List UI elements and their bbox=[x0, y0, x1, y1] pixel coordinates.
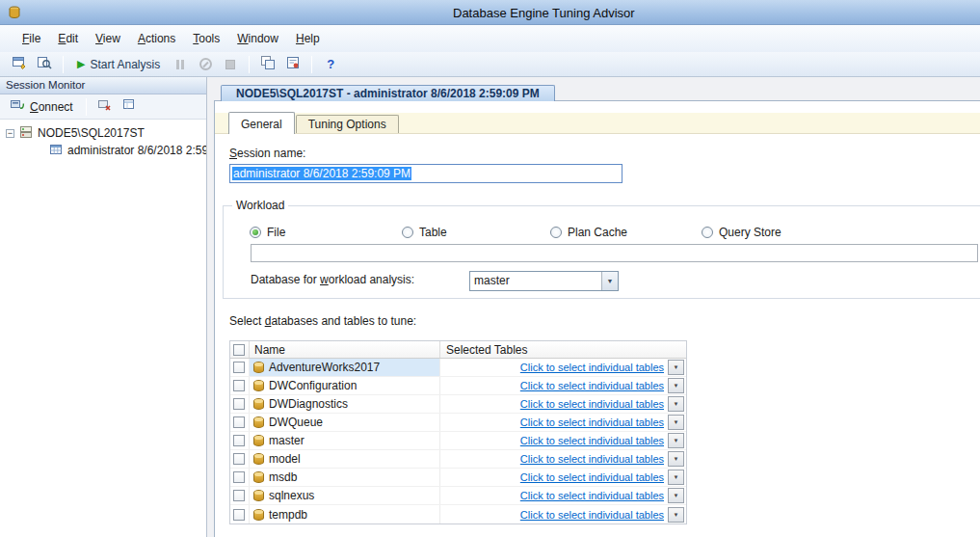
session-page: General Tuning Options Session name: adm… bbox=[214, 100, 980, 537]
table-row[interactable]: master Click to select individual tables… bbox=[230, 432, 686, 450]
clone-session-button[interactable] bbox=[256, 54, 279, 75]
session-monitor-panel: Session Monitor Connect − bbox=[0, 77, 207, 537]
stop-icon bbox=[199, 58, 212, 70]
database-icon bbox=[253, 435, 264, 446]
new-session-button[interactable] bbox=[8, 54, 31, 75]
workload-radio-plan-cache[interactable]: Plan Cache bbox=[550, 226, 627, 239]
workload-database-select[interactable]: master ▼ bbox=[469, 271, 619, 291]
row-checkbox[interactable] bbox=[233, 398, 245, 410]
workload-radio-query-store[interactable]: Query Store bbox=[702, 226, 781, 239]
database-icon bbox=[253, 509, 264, 521]
tables-dropdown-button[interactable]: ▼ bbox=[668, 360, 684, 375]
row-checkbox[interactable] bbox=[233, 435, 245, 446]
delete-session-button[interactable] bbox=[119, 97, 142, 117]
row-checkbox[interactable] bbox=[233, 490, 245, 501]
menu-edit[interactable]: Edit bbox=[49, 28, 87, 49]
tree-expander-icon[interactable]: − bbox=[6, 129, 14, 138]
select-tables-link[interactable]: Click to select individual tables bbox=[520, 453, 664, 465]
row-checkbox[interactable] bbox=[233, 509, 245, 521]
tables-dropdown-button[interactable]: ▼ bbox=[668, 415, 684, 430]
table-row[interactable]: DWConfiguration Click to select individu… bbox=[230, 377, 686, 395]
tables-dropdown-button[interactable]: ▼ bbox=[668, 378, 684, 393]
menu-actions[interactable]: Actions bbox=[129, 28, 184, 49]
menu-file[interactable]: File bbox=[13, 28, 49, 49]
connect-button[interactable]: Connect bbox=[4, 96, 79, 117]
column-header-name: Name bbox=[253, 343, 285, 357]
table-row[interactable]: tempdb Click to select individual tables… bbox=[230, 505, 686, 524]
select-tables-link[interactable]: Click to select individual tables bbox=[520, 380, 664, 391]
session-monitor-toolbar: Connect bbox=[0, 94, 206, 120]
table-row[interactable]: msdb Click to select individual tables▼ bbox=[230, 469, 686, 487]
workload-group-label: Workload bbox=[232, 199, 288, 212]
open-file-button[interactable] bbox=[33, 54, 56, 75]
help-button[interactable]: ? bbox=[319, 54, 342, 75]
table-row[interactable]: DWDiagnostics Click to select individual… bbox=[230, 395, 686, 414]
database-name: AdventureWorks2017 bbox=[269, 361, 380, 374]
row-checkbox[interactable] bbox=[233, 416, 245, 428]
disconnect-icon bbox=[97, 98, 112, 115]
apply-recommendations-button bbox=[219, 54, 242, 75]
database-name: DWQueue bbox=[269, 416, 323, 429]
workload-group: Workload File Table Plan Cache Query Sto… bbox=[223, 205, 980, 299]
session-name-label: administrator 8/6/2018 2:59: bbox=[67, 144, 206, 157]
tables-dropdown-button[interactable]: ▼ bbox=[668, 470, 684, 485]
app-icon[interactable] bbox=[7, 5, 22, 20]
toolbar-separator bbox=[86, 98, 87, 116]
workload-radio-file[interactable]: File bbox=[250, 226, 285, 239]
tables-dropdown-button[interactable]: ▼ bbox=[668, 451, 684, 467]
select-tables-link[interactable]: Click to select individual tables bbox=[520, 471, 664, 483]
tables-dropdown-button[interactable]: ▼ bbox=[668, 488, 684, 503]
dropdown-arrow-icon[interactable]: ▼ bbox=[601, 272, 618, 290]
select-tables-link[interactable]: Click to select individual tables bbox=[520, 362, 664, 373]
menu-view[interactable]: View bbox=[87, 28, 129, 49]
table-row[interactable]: DWQueue Click to select individual table… bbox=[230, 414, 686, 432]
table-row[interactable]: sqlnexus Click to select individual tabl… bbox=[230, 487, 686, 505]
session-document-tab[interactable]: NODE5\SQL2017ST - administrator 8/6/2018… bbox=[221, 85, 555, 101]
start-analysis-button[interactable]: ▶ Start Analysis bbox=[70, 54, 167, 75]
import-session-button[interactable] bbox=[281, 54, 305, 75]
tree-item-session[interactable]: administrator 8/6/2018 2:59: bbox=[0, 142, 206, 159]
server-icon bbox=[18, 124, 34, 142]
apply-recommendations-icon bbox=[225, 60, 235, 69]
select-tables-link[interactable]: Click to select individual tables bbox=[520, 416, 664, 428]
window-title: Database Engine Tuning Advisor bbox=[453, 6, 635, 20]
row-checkbox[interactable] bbox=[233, 471, 245, 483]
session-monitor-header: Session Monitor bbox=[0, 77, 206, 94]
table-row[interactable]: AdventureWorks2017 Click to select indiv… bbox=[230, 359, 686, 377]
select-tables-link[interactable]: Click to select individual tables bbox=[520, 509, 664, 521]
tables-dropdown-button[interactable]: ▼ bbox=[668, 433, 684, 448]
tune-databases-label: Select databases and tables to tune: bbox=[229, 314, 416, 328]
menu-help[interactable]: Help bbox=[287, 28, 329, 49]
select-tables-link[interactable]: Click to select individual tables bbox=[520, 435, 664, 446]
select-all-checkbox[interactable] bbox=[233, 344, 245, 356]
disconnect-button[interactable] bbox=[93, 97, 117, 117]
radio-button-icon bbox=[702, 227, 713, 238]
import-session-icon bbox=[285, 55, 301, 73]
menu-tools[interactable]: Tools bbox=[184, 28, 228, 49]
tab-tuning-options[interactable]: Tuning Options bbox=[296, 115, 399, 133]
main-area: NODE5\SQL2017ST - administrator 8/6/2018… bbox=[208, 77, 980, 537]
table-row[interactable]: model Click to select individual tables▼ bbox=[230, 450, 686, 469]
titlebar[interactable]: Database Engine Tuning Advisor bbox=[0, 0, 980, 25]
menubar: File Edit View Actions Tools Window Help bbox=[0, 25, 980, 52]
row-checkbox[interactable] bbox=[233, 362, 245, 373]
menu-window[interactable]: Window bbox=[228, 28, 287, 49]
workload-file-input[interactable] bbox=[251, 244, 978, 262]
tab-general[interactable]: General bbox=[228, 112, 295, 134]
session-name-input[interactable]: administrator 8/6/2018 2:59:09 PM bbox=[229, 164, 622, 183]
row-checkbox[interactable] bbox=[233, 380, 245, 391]
tables-dropdown-button[interactable]: ▼ bbox=[668, 507, 684, 523]
workload-database-value: master bbox=[470, 272, 601, 290]
clone-session-icon bbox=[260, 55, 276, 73]
select-tables-link[interactable]: Click to select individual tables bbox=[520, 398, 664, 410]
database-name: DWDiagnostics bbox=[269, 397, 348, 411]
tables-dropdown-button[interactable]: ▼ bbox=[668, 396, 684, 412]
toolbar-separator bbox=[63, 56, 64, 73]
stop-analysis-button bbox=[194, 54, 217, 75]
tree-item-server[interactable]: − NODE5\SQL2017ST bbox=[0, 124, 206, 142]
select-tables-link[interactable]: Click to select individual tables bbox=[520, 490, 664, 501]
toolbar-separator bbox=[249, 56, 250, 73]
workload-radio-table[interactable]: Table bbox=[402, 226, 447, 239]
start-analysis-icon: ▶ bbox=[77, 59, 85, 69]
row-checkbox[interactable] bbox=[233, 453, 245, 465]
